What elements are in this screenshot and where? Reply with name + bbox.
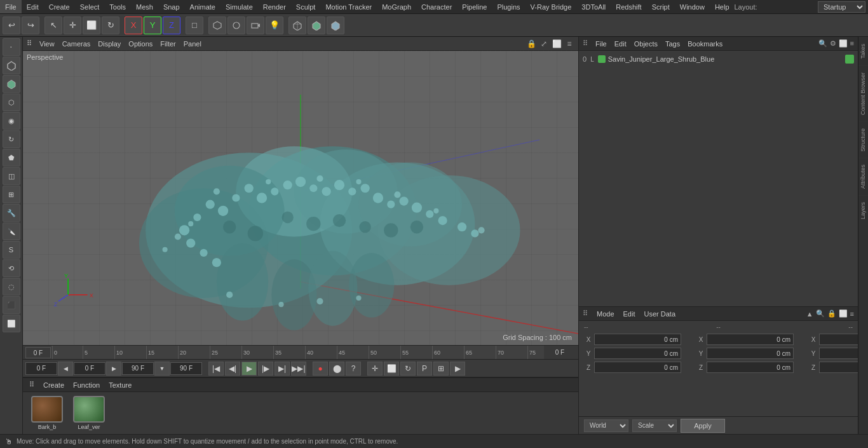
menu-file[interactable]: File <box>0 0 22 13</box>
grid-tr-btn[interactable]: ⊞ <box>433 362 449 376</box>
viewport-menu-view[interactable]: View <box>39 40 55 48</box>
mat-menu-handle[interactable]: ⠿ <box>27 381 37 389</box>
material-leaf[interactable]: Leaf_ver <box>70 396 108 431</box>
mat-menu-function[interactable]: Function <box>71 381 102 389</box>
viewport-menu-panel[interactable]: Panel <box>184 40 201 48</box>
move-tool-button[interactable]: ✛ <box>64 17 81 34</box>
tool-unknown6[interactable]: ⟲ <box>3 259 20 277</box>
scale-dropdown[interactable]: Scale <box>632 419 677 432</box>
tool-rotate[interactable]: ↻ <box>3 130 20 148</box>
viewport-icon-maximize[interactable]: ⬜ <box>552 39 562 49</box>
menu-animate[interactable]: Animate <box>185 0 220 13</box>
menu-character[interactable]: Character <box>416 0 457 13</box>
far-tab-layers[interactable]: Layers <box>858 195 869 226</box>
go-last-key-btn[interactable]: ▶▶| <box>291 362 306 376</box>
menu-3dtoall[interactable]: 3DToAll <box>576 0 611 13</box>
rot-y-input[interactable] <box>707 348 794 359</box>
layout-select[interactable]: Startup Standard <box>818 1 865 13</box>
record-btn[interactable]: ● <box>313 362 328 376</box>
solid-button[interactable] <box>308 17 325 34</box>
om-expand-icon[interactable]: ⬜ <box>839 39 848 48</box>
far-tab-takes[interactable]: Takes <box>858 37 869 65</box>
material-bark[interactable]: Bark_b <box>28 396 66 431</box>
play-btn[interactable]: ▶ <box>241 362 257 376</box>
menu-redshift[interactable]: Redshift <box>611 0 646 13</box>
tool-objects[interactable]: ⬡ <box>3 93 20 111</box>
select-tool-button[interactable]: ↖ <box>44 17 62 34</box>
rotate-tr-btn[interactable]: ↻ <box>400 362 416 376</box>
attr-menu-mode[interactable]: Mode <box>594 310 617 318</box>
menu-tools[interactable]: Tools <box>104 0 131 13</box>
attr-record-icon[interactable]: ▲ <box>806 310 813 318</box>
tool-points[interactable]: ⬝ <box>3 38 20 56</box>
om-menu-edit[interactable]: Edit <box>612 40 629 48</box>
current-frame-input[interactable] <box>74 362 105 375</box>
viewport-menu-options[interactable]: Options <box>128 40 153 48</box>
menu-mesh[interactable]: Mesh <box>131 0 158 13</box>
viewport-menu-cameras[interactable]: Cameras <box>62 40 91 48</box>
preview-end-input[interactable] <box>170 362 202 375</box>
sphere-button[interactable] <box>227 17 245 34</box>
attr-expand-icon[interactable]: ⬜ <box>839 309 848 318</box>
mat-menu-texture[interactable]: Texture <box>106 381 134 389</box>
viewport-icon-menu[interactable]: ≡ <box>564 39 574 49</box>
scale-tr-btn[interactable]: ⬜ <box>384 362 399 376</box>
menu-select[interactable]: Select <box>75 0 105 13</box>
tool-unknown2[interactable]: ◫ <box>3 167 20 185</box>
menu-create[interactable]: Create <box>44 0 75 13</box>
viewport-menu-display[interactable]: Display <box>98 40 121 48</box>
om-menu-objects[interactable]: Objects <box>632 40 660 48</box>
menu-pipeline[interactable]: Pipeline <box>457 0 492 13</box>
cube-button[interactable] <box>208 17 226 34</box>
viewport-icon-arrows[interactable]: ⤢ <box>539 39 549 49</box>
z-axis-button[interactable]: Z <box>163 17 180 34</box>
menu-vray[interactable]: V-Ray Bridge <box>526 0 577 13</box>
mat-menu-create[interactable]: Create <box>41 381 67 389</box>
scale-x-input[interactable] <box>819 334 858 345</box>
tool-live[interactable]: ◉ <box>3 112 20 130</box>
go-start-btn[interactable]: |◀ <box>208 362 224 376</box>
menu-plugins[interactable]: Plugins <box>492 0 525 13</box>
om-menu-bookmarks[interactable]: Bookmarks <box>685 40 725 48</box>
scale-z-input[interactable] <box>819 362 858 373</box>
far-tab-structure[interactable]: Structure <box>858 121 869 158</box>
step-fwd-btn[interactable]: |▶ <box>258 362 273 376</box>
tool-unknown9[interactable]: ⬜ <box>3 315 20 332</box>
rotate-tool-button[interactable]: ↻ <box>102 17 119 34</box>
rot-x-input[interactable] <box>707 334 794 345</box>
null-object-button[interactable]: □ <box>186 17 203 34</box>
apply-button[interactable]: Apply <box>681 419 725 433</box>
tool-unknown1[interactable]: ⬟ <box>3 149 20 166</box>
next-frame-btn[interactable]: ▶ <box>106 362 121 376</box>
tool-polygons[interactable] <box>3 75 20 93</box>
timeline-ruler[interactable]: 0 5 10 15 20 25 30 35 40 45 50 55 60 65 … <box>51 346 544 359</box>
go-end-btn[interactable]: ▶| <box>275 362 290 376</box>
attr-lock-icon[interactable]: 🔒 <box>827 309 836 318</box>
menu-sculpt[interactable]: Sculpt <box>291 0 321 13</box>
end-frame-input[interactable] <box>122 362 154 375</box>
3d-viewport[interactable]: Perspective <box>23 51 578 345</box>
scale-y-input[interactable] <box>819 348 858 359</box>
attr-menu-edit[interactable]: Edit <box>621 310 638 318</box>
attr-more-icon[interactable]: ≡ <box>850 310 854 318</box>
om-filter-icon[interactable]: ⚙ <box>830 39 836 48</box>
pos-y-input[interactable] <box>594 348 681 359</box>
tool-edges[interactable] <box>3 57 20 74</box>
tool-unknown8[interactable]: ⬛ <box>3 296 20 314</box>
menu-snap[interactable]: Snap <box>158 0 185 13</box>
step-back-btn[interactable]: ◀| <box>225 362 240 376</box>
tool-unknown7[interactable]: ◌ <box>3 278 20 295</box>
tool-unknown4[interactable]: 🔧 <box>3 204 20 222</box>
scale-tool-button[interactable]: ⬜ <box>83 17 100 34</box>
viewport-icon-lock[interactable]: 🔒 <box>526 39 536 49</box>
pos-x-input[interactable] <box>594 334 681 345</box>
menu-script[interactable]: Script <box>647 0 675 13</box>
help-btn[interactable]: ? <box>346 362 361 376</box>
om-more-icon[interactable]: ≡ <box>850 39 854 48</box>
redo-button[interactable]: ↪ <box>22 17 39 34</box>
om-menu-tags[interactable]: Tags <box>663 40 682 48</box>
start-frame-input[interactable] <box>25 362 57 375</box>
menu-mograph[interactable]: MoGraph <box>377 0 416 13</box>
render-tr-btn[interactable]: ▶ <box>450 362 465 376</box>
wireframe-button[interactable] <box>288 17 306 34</box>
